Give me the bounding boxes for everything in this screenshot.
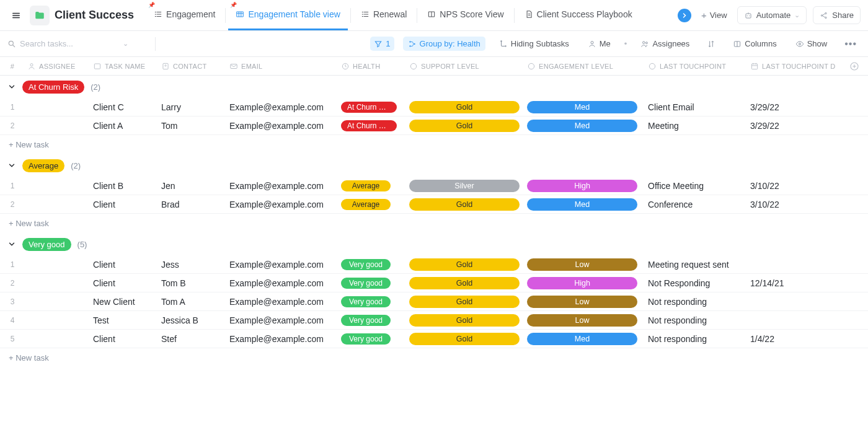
table-row[interactable]: 5ClientStefExample@example.comVery goodG… <box>0 330 868 348</box>
group-badge[interactable]: Average <box>22 159 64 172</box>
cell-support[interactable]: Gold <box>409 314 527 327</box>
cell-contact[interactable]: Brad <box>161 200 229 209</box>
cell-touchpoint[interactable]: Office Meeting <box>648 181 750 191</box>
cell-touchpoint[interactable]: Not responding <box>648 334 750 344</box>
cell-email[interactable]: Example@example.com <box>229 260 341 270</box>
folder-icon[interactable] <box>30 6 50 25</box>
cell-health[interactable]: At Churn Ri... <box>341 120 409 131</box>
cell-touchpoint[interactable]: Client Email <box>648 102 750 112</box>
cell-task-name[interactable]: New Client <box>93 297 161 307</box>
cell-touchpoint[interactable]: Meeting request sent <box>648 260 750 270</box>
filter-button[interactable]: 1 <box>370 37 394 51</box>
cell-contact[interactable]: Larry <box>161 102 229 112</box>
cell-task-name[interactable]: Client A <box>93 121 161 131</box>
cell-engagement[interactable]: Med <box>527 120 648 132</box>
col-header-touchpoint[interactable]: LAST TOUCHPOINT <box>648 62 750 71</box>
cell-support[interactable]: Gold <box>409 198 527 211</box>
cell-contact[interactable]: Jen <box>161 181 229 191</box>
cell-engagement[interactable]: High <box>527 180 648 192</box>
col-header-touchdate[interactable]: LAST TOUCHPOINT D <box>750 62 846 71</box>
table-row[interactable]: 1Client CLarryExample@example.comAt Chur… <box>0 98 868 116</box>
group-badge[interactable]: At Churn Risk <box>22 81 84 94</box>
cell-health[interactable]: Average <box>341 180 409 191</box>
sort-button[interactable] <box>703 37 719 51</box>
subtasks-button[interactable]: Hiding Subtasks <box>494 37 574 51</box>
assignees-button[interactable]: Assignees <box>636 37 694 51</box>
chevron-down-icon[interactable] <box>7 82 16 91</box>
me-button[interactable]: Me <box>583 37 616 51</box>
cell-support[interactable]: Gold <box>409 277 527 289</box>
new-task-button[interactable]: + New task <box>0 214 868 233</box>
col-header-assignee[interactable]: ASSIGNEE <box>25 62 93 71</box>
cell-touchdate[interactable]: 12/14/21 <box>750 278 846 288</box>
col-header-health[interactable]: HEALTH <box>341 62 409 71</box>
table-row[interactable]: 1ClientJessExample@example.comVery goodG… <box>0 255 868 274</box>
cell-health[interactable]: Very good <box>341 296 409 307</box>
cell-health[interactable]: Average <box>341 199 409 210</box>
tab-renewal[interactable]: Renewal <box>353 0 414 30</box>
cell-task-name[interactable]: Client <box>93 334 161 344</box>
automate-button[interactable]: Automate ⌄ <box>737 6 807 24</box>
cell-email[interactable]: Example@example.com <box>229 102 341 112</box>
cell-contact[interactable]: Tom <box>161 121 229 131</box>
chevron-down-icon[interactable]: ⌄ <box>123 40 128 48</box>
col-header-email[interactable]: EMAIL <box>229 62 341 71</box>
tab-engagement[interactable]: 📌Engagement <box>146 0 223 30</box>
cell-health[interactable]: Very good <box>341 333 409 345</box>
cell-engagement[interactable]: Med <box>527 101 648 113</box>
cell-engagement[interactable]: High <box>527 277 648 289</box>
col-header-support[interactable]: SUPPORT LEVEL <box>409 62 527 71</box>
tab-engagement-table-view[interactable]: 📌Engagement Table view <box>228 0 347 30</box>
cell-email[interactable]: Example@example.com <box>229 121 341 131</box>
cell-engagement[interactable]: Low <box>527 314 648 327</box>
columns-button[interactable]: Columns <box>728 37 781 51</box>
cell-touchpoint[interactable]: Meeting <box>648 121 750 131</box>
cell-support[interactable]: Gold <box>409 296 527 308</box>
cell-contact[interactable]: Tom A <box>161 297 229 307</box>
cell-touchdate[interactable]: 3/10/22 <box>750 200 846 209</box>
cell-touchdate[interactable]: 3/29/22 <box>750 121 846 131</box>
cell-support[interactable]: Silver <box>409 180 527 192</box>
chevron-down-icon[interactable] <box>7 240 16 248</box>
cell-touchdate[interactable]: 1/4/22 <box>750 334 846 344</box>
group-badge[interactable]: Very good <box>22 238 71 251</box>
cell-health[interactable]: Very good <box>341 315 409 326</box>
table-row[interactable]: 4TestJessica BExample@example.comVery go… <box>0 311 868 330</box>
next-views-icon[interactable] <box>678 9 691 22</box>
table-row[interactable]: 1Client BJenExample@example.comAverageSi… <box>0 177 868 195</box>
show-button[interactable]: Show <box>790 37 833 51</box>
cell-engagement[interactable]: Low <box>527 296 648 308</box>
cell-email[interactable]: Example@example.com <box>229 278 341 288</box>
cell-email[interactable]: Example@example.com <box>229 181 341 191</box>
col-header-task[interactable]: TASK NAME <box>93 62 161 71</box>
cell-support[interactable]: Gold <box>409 258 527 271</box>
cell-email[interactable]: Example@example.com <box>229 200 341 209</box>
cell-health[interactable]: At Churn Ri... <box>341 102 409 113</box>
cell-task-name[interactable]: Test <box>93 315 161 325</box>
cell-task-name[interactable]: Client <box>93 200 161 209</box>
cell-health[interactable]: Very good <box>341 278 409 289</box>
cell-task-name[interactable]: Client C <box>93 102 161 112</box>
cell-email[interactable]: Example@example.com <box>229 334 341 344</box>
cell-health[interactable]: Very good <box>341 259 409 270</box>
cell-touchdate[interactable]: 3/10/22 <box>750 181 846 191</box>
more-menu-icon[interactable]: ••• <box>841 36 861 52</box>
col-header-engagement[interactable]: ENGAGEMENT LEVEL <box>527 62 648 71</box>
cell-support[interactable]: Gold <box>409 333 527 345</box>
add-column-icon[interactable] <box>846 61 862 71</box>
search-box[interactable]: ⌄ <box>7 39 150 48</box>
cell-support[interactable]: Gold <box>409 101 527 113</box>
cell-engagement[interactable]: Med <box>527 198 648 211</box>
cell-touchpoint[interactable]: Conference <box>648 200 750 209</box>
cell-engagement[interactable]: Low <box>527 258 648 271</box>
cell-touchpoint[interactable]: Not Responding <box>648 278 750 288</box>
tab-client-success-playbook[interactable]: Client Success Playbook <box>517 0 640 30</box>
table-row[interactable]: 3New ClientTom AExample@example.comVery … <box>0 292 868 311</box>
new-task-button[interactable]: + New task <box>0 348 868 367</box>
cell-email[interactable]: Example@example.com <box>229 297 341 307</box>
chevron-down-icon[interactable] <box>7 161 16 170</box>
new-task-button[interactable]: + New task <box>0 135 868 154</box>
add-view-button[interactable]: + View <box>698 7 731 23</box>
tab-nps-score-view[interactable]: NPS Score View <box>420 0 511 30</box>
table-row[interactable]: 2Client ATomExample@example.comAt Churn … <box>0 116 868 135</box>
